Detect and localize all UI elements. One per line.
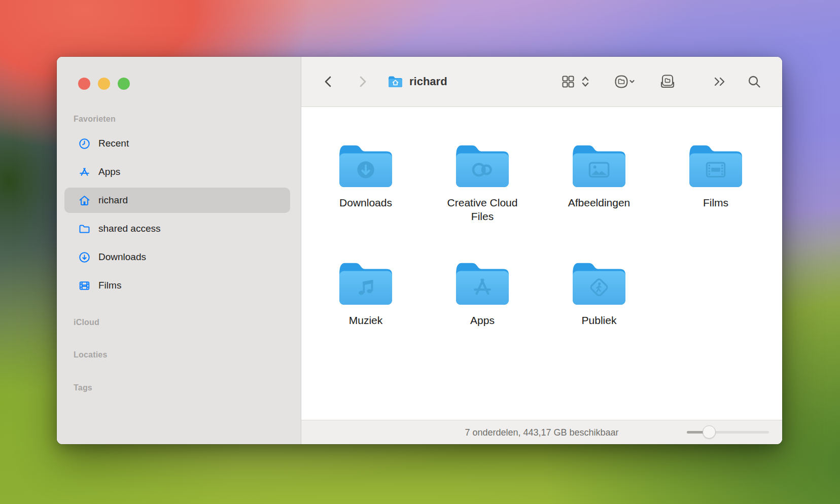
window-title: richard	[409, 75, 447, 88]
sidebar-section-tags: Tags	[74, 383, 92, 392]
folder-label: Afbeeldingen	[568, 196, 631, 210]
folder-label: Apps	[470, 314, 495, 328]
folder-icon	[569, 259, 629, 307]
folder-label: Publiek	[582, 314, 617, 328]
folder-icon	[452, 141, 512, 189]
folder-label: Films	[703, 196, 728, 210]
sidebar-item-label: Films	[98, 280, 121, 291]
home-icon	[78, 194, 91, 207]
folder-item-muziek[interactable]: Muziek	[307, 259, 424, 376]
folder-icon	[336, 259, 396, 307]
folder-icon	[452, 259, 512, 307]
folder-icon	[569, 141, 629, 189]
folder-icon	[78, 222, 91, 236]
sidebar-item-label: shared access	[98, 223, 161, 234]
sidebar-item-downloads[interactable]: Downloads	[64, 244, 290, 270]
folder-item-films[interactable]: Films	[657, 141, 774, 259]
folder-icon	[686, 141, 746, 189]
sidebar-item-recent[interactable]: Recent	[64, 131, 290, 156]
status-bar: 7 onderdelen, 443,17 GB beschikbaar	[301, 420, 782, 444]
zoom-button[interactable]	[118, 78, 130, 90]
folder-item-afbeeldingen[interactable]: Afbeeldingen	[541, 141, 657, 259]
folder-proxy-icon[interactable]	[388, 75, 403, 88]
folder-item-apps[interactable]: Apps	[424, 259, 541, 376]
close-button[interactable]	[78, 78, 90, 90]
forward-button[interactable]	[356, 74, 369, 89]
sidebar-item-films[interactable]: Films	[64, 273, 290, 298]
sidebar-section-icloud: iCloud	[74, 318, 99, 327]
group-by-icon[interactable]	[614, 74, 635, 89]
toolbar-right-group	[561, 74, 782, 90]
more-toolbar-items-icon[interactable]	[713, 75, 726, 89]
toolbar-title-group: richard	[388, 75, 447, 88]
folder-item-publiek[interactable]: Publiek	[541, 259, 657, 376]
download-arrow-emblem	[357, 161, 374, 178]
sidebar-favorites-list: Recent Apps richard	[57, 131, 301, 301]
folder-item-creative-cloud-files[interactable]: Creative Cloud Files	[424, 141, 541, 259]
appstore-icon	[78, 165, 91, 179]
back-button[interactable]	[322, 74, 335, 89]
sidebar-section-locaties: Locaties	[74, 350, 108, 359]
main-pane: richard	[301, 57, 782, 444]
folder-label: Muziek	[349, 314, 383, 328]
finder-window: Favorieten Recent Apps	[57, 57, 782, 444]
folder-item-downloads[interactable]: Downloads	[307, 141, 424, 259]
sidebar-item-label: Downloads	[98, 251, 146, 263]
share-icon[interactable]	[659, 74, 676, 90]
sidebar-item-apps[interactable]: Apps	[64, 159, 290, 185]
icon-size-slider[interactable]	[687, 431, 769, 434]
sidebar-item-label: richard	[98, 195, 128, 206]
search-icon[interactable]	[747, 74, 762, 89]
sidebar-item-shared-access[interactable]: shared access	[64, 216, 290, 241]
view-mode-chevrons-icon[interactable]	[580, 75, 590, 89]
folder-contents: Downloads Creative Cloud Files	[301, 107, 782, 420]
download-circle-icon	[78, 250, 91, 264]
folder-label: Creative Cloud Files	[439, 196, 526, 224]
toolbar: richard	[301, 57, 782, 107]
icon-grid: Downloads Creative Cloud Files	[301, 107, 782, 376]
view-grid-icon[interactable]	[561, 75, 575, 89]
folder-icon	[336, 141, 396, 189]
sidebar-item-richard[interactable]: richard	[64, 188, 290, 213]
sidebar: Favorieten Recent Apps	[57, 57, 301, 444]
sidebar-section-favorieten: Favorieten	[74, 115, 116, 124]
sidebar-item-label: Recent	[98, 138, 129, 149]
film-icon	[78, 279, 91, 293]
slider-thumb[interactable]	[703, 425, 716, 439]
minimize-button[interactable]	[98, 78, 110, 90]
sidebar-item-label: Apps	[98, 166, 120, 177]
folder-label: Downloads	[339, 196, 392, 210]
clock-icon	[78, 137, 91, 151]
